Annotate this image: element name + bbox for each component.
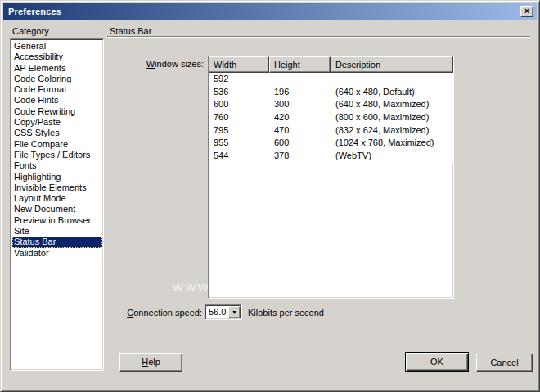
sidebar-item-validator[interactable]: Validator xyxy=(12,248,102,259)
window-sizes-label: Window sizes: xyxy=(124,59,204,69)
preferences-dialog: Preferences × Category GeneralAccessibil… xyxy=(0,0,540,392)
window-sizes-table[interactable]: Width Height Description 592536196(640 x… xyxy=(208,56,454,299)
table-cell-width: 795 xyxy=(209,124,269,137)
page-title: Status Bar xyxy=(110,26,151,36)
sidebar-item-copy-paste[interactable]: Copy/Paste xyxy=(12,117,102,128)
sidebar-item-fonts[interactable]: Fonts xyxy=(12,160,102,171)
close-button[interactable]: × xyxy=(520,6,533,17)
table-row[interactable]: 536196(640 x 480, Default) xyxy=(209,86,453,99)
sidebar-item-layout-mode[interactable]: Layout Mode xyxy=(12,193,102,204)
table-cell-width: 592 xyxy=(209,73,269,86)
table-cell-height: 300 xyxy=(269,98,331,111)
table-header-row: Width Height Description xyxy=(209,56,453,73)
help-button-rest: elp xyxy=(148,357,160,367)
table-cell-description xyxy=(331,73,453,86)
connection-speed-label-mnemonic: C xyxy=(127,308,133,318)
sidebar-item-code-hints[interactable]: Code Hints xyxy=(12,95,102,106)
table-row[interactable]: 600300(640 x 480, Maximized) xyxy=(209,98,453,111)
table-row[interactable]: 592 xyxy=(209,73,453,86)
sidebar-item-code-rewriting[interactable]: Code Rewriting xyxy=(12,106,102,117)
table-cell-height: 470 xyxy=(269,124,331,137)
table-row[interactable]: 760420(800 x 600, Maximized) xyxy=(209,111,453,124)
sidebar-item-preview-in-browser[interactable]: Preview in Browser xyxy=(12,215,102,226)
title-bar[interactable]: Preferences × xyxy=(3,3,537,20)
connection-speed-value: 56.0 xyxy=(209,306,226,318)
category-label: Category xyxy=(12,26,49,36)
sidebar-item-accessibility[interactable]: Accessibility xyxy=(12,52,102,62)
table-cell-description: (WebTV) xyxy=(331,150,453,163)
table-cell-width: 760 xyxy=(209,111,269,124)
table-cell-height: 600 xyxy=(269,137,331,150)
sidebar-item-code-format[interactable]: Code Format xyxy=(12,84,102,95)
sidebar-item-status-bar[interactable]: Status Bar xyxy=(12,237,102,247)
table-cell-description: (800 x 600, Maximized) xyxy=(331,111,453,124)
sidebar-item-file-compare[interactable]: File Compare xyxy=(12,139,102,150)
table-cell-width: 600 xyxy=(209,98,269,111)
column-header-width[interactable]: Width xyxy=(209,56,269,73)
table-row[interactable]: 955600(1024 x 768, Maximized) xyxy=(209,137,453,150)
watermark: www xyxy=(173,279,210,295)
sidebar-item-file-types-editors[interactable]: File Types / Editors xyxy=(12,150,102,160)
sidebar-item-invisible-elements[interactable]: Invisible Elements xyxy=(12,182,102,193)
table-row[interactable]: 544378(WebTV) xyxy=(209,150,453,163)
sidebar-item-highlighting[interactable]: Highlighting xyxy=(12,172,102,182)
help-button[interactable]: Help xyxy=(119,353,182,372)
help-button-mnemonic: H xyxy=(142,357,148,367)
ok-button[interactable]: OK xyxy=(405,352,469,372)
column-header-description[interactable]: Description xyxy=(331,56,453,73)
table-cell-width: 536 xyxy=(209,86,269,99)
sidebar-item-ap-elements[interactable]: AP Elements xyxy=(12,63,102,74)
column-header-height[interactable]: Height xyxy=(269,56,331,73)
sidebar-item-site[interactable]: Site xyxy=(12,226,102,237)
table-cell-description: (1024 x 768, Maximized) xyxy=(331,137,453,150)
cancel-button[interactable]: Cancel xyxy=(476,354,533,372)
table-cell-description: (640 x 480, Maximized) xyxy=(331,98,453,111)
sidebar-item-css-styles[interactable]: CSS Styles xyxy=(12,128,102,138)
window-title: Preferences xyxy=(8,7,61,16)
sidebar-item-general[interactable]: General xyxy=(12,41,102,52)
connection-speed-label: Connection speed: xyxy=(124,308,202,318)
table-cell-height xyxy=(269,73,331,86)
connection-speed-unit: Kilobits per second xyxy=(248,308,324,318)
connection-speed-label-rest: onnection speed: xyxy=(133,308,202,318)
table-cell-height: 378 xyxy=(269,150,331,163)
table-cell-width: 544 xyxy=(209,150,269,163)
table-cell-width: 955 xyxy=(209,137,269,150)
sidebar-item-code-coloring[interactable]: Code Coloring xyxy=(12,74,102,84)
sidebar-item-new-document[interactable]: New Document xyxy=(12,204,102,214)
table-cell-description: (832 x 624, Maximized) xyxy=(331,124,453,137)
table-row[interactable]: 795470(832 x 624, Maximized) xyxy=(209,124,453,137)
window-sizes-label-rest: indow sizes: xyxy=(155,59,204,69)
section-divider xyxy=(107,36,530,38)
table-cell-description: (640 x 480, Default) xyxy=(331,86,453,99)
window-sizes-label-mnemonic: W xyxy=(146,59,155,69)
category-listbox[interactable]: GeneralAccessibilityAP ElementsCode Colo… xyxy=(10,38,104,371)
table-cell-height: 196 xyxy=(269,86,331,99)
close-icon: × xyxy=(524,7,529,16)
connection-speed-select[interactable]: 56.0 ▼ xyxy=(205,304,242,320)
table-body: 592536196(640 x 480, Default)600300(640 … xyxy=(209,73,453,163)
table-cell-height: 420 xyxy=(269,111,331,124)
dropdown-button[interactable]: ▼ xyxy=(228,306,241,318)
chevron-down-icon: ▼ xyxy=(232,309,237,315)
